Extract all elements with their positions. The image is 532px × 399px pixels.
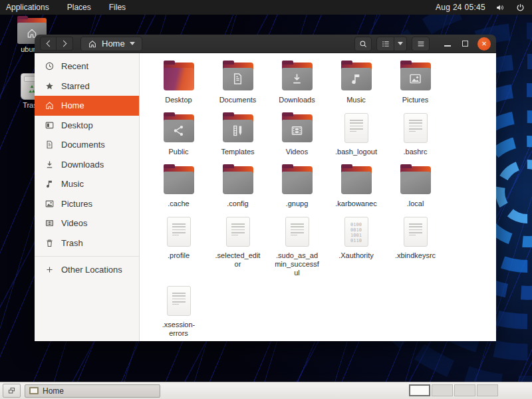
- file-item-profile[interactable]: .profile: [149, 214, 208, 277]
- workspace-pager: [409, 384, 498, 396]
- restore-windows-icon: [7, 386, 16, 395]
- forward-button[interactable]: [57, 37, 73, 51]
- workspace-2[interactable]: [432, 384, 453, 396]
- menu-places[interactable]: Places: [67, 3, 91, 12]
- file-item-bash-logout[interactable]: .bash_logout: [327, 110, 386, 156]
- folder-icon: [282, 118, 313, 142]
- file-item-templates[interactable]: Templates: [208, 110, 267, 156]
- film-icon: [290, 124, 304, 138]
- desktop-screen: ApplicationsPlacesFiles Aug 24 05:45 ubu…: [0, 0, 532, 399]
- chevron-down-icon: [398, 42, 403, 45]
- chevron-right-icon: [61, 41, 67, 47]
- film-icon: [45, 218, 55, 228]
- text-file-icon: [167, 286, 191, 316]
- folder-icon: [164, 170, 194, 194]
- workspace-3[interactable]: [454, 384, 475, 396]
- home-icon: [88, 39, 97, 49]
- minimize-button[interactable]: [439, 37, 456, 51]
- list-view-icon: [381, 39, 390, 49]
- sidebar-item-trash[interactable]: Trash: [35, 233, 139, 253]
- folder-icon: [223, 66, 253, 90]
- menu-applications[interactable]: Applications: [6, 3, 49, 12]
- maximize-button[interactable]: [456, 37, 473, 51]
- trash-icon: [45, 238, 55, 248]
- search-button[interactable]: [354, 37, 372, 51]
- file-item-cache[interactable]: .cache: [149, 162, 208, 208]
- folder-icon: [341, 66, 372, 90]
- file-item-selected-editor[interactable]: .selected_editor: [208, 214, 267, 277]
- document-icon: [231, 72, 245, 86]
- sidebar-item-documents[interactable]: Documents: [35, 135, 139, 155]
- chevron-left-icon: [46, 41, 53, 47]
- show-desktop-button[interactable]: [3, 384, 21, 398]
- text-file-icon: [226, 217, 250, 247]
- sidebar: Recent Starred Home Desktop Documents Do…: [35, 53, 140, 341]
- sidebar-item-videos[interactable]: Videos: [35, 213, 139, 233]
- taskbar: Home: [0, 382, 532, 399]
- file-item-videos[interactable]: Videos: [267, 110, 327, 156]
- maximize-icon: [462, 41, 468, 47]
- top-panel: ApplicationsPlacesFiles Aug 24 05:45: [0, 0, 532, 15]
- file-item-documents[interactable]: Documents: [208, 59, 267, 104]
- home-icon: [45, 100, 55, 110]
- close-icon: ×: [481, 39, 487, 48]
- sidebar-separator: [35, 256, 139, 257]
- list-view-button[interactable]: [376, 37, 394, 51]
- back-button[interactable]: [40, 37, 57, 51]
- file-item-xbindkeysrc[interactable]: .xbindkeysrc: [386, 214, 445, 277]
- folder-icon: [282, 170, 313, 194]
- sidebar-item-recent[interactable]: Recent: [35, 57, 139, 76]
- file-item-local[interactable]: .local: [386, 162, 445, 208]
- text-file-icon: [404, 113, 428, 143]
- text-file-icon: [404, 217, 428, 247]
- file-item-bashrc[interactable]: .bashrc: [386, 110, 445, 156]
- file-item-sudo-as-admin-successful[interactable]: .sudo_as_admin_successful: [267, 214, 327, 277]
- file-item-gnupg[interactable]: .gnupg: [267, 162, 327, 208]
- pathbar-button[interactable]: Home: [80, 37, 142, 51]
- sidebar-item-starred[interactable]: Starred: [35, 76, 139, 96]
- file-item-xauthority[interactable]: 0100 0010 1001 0110 .Xauthority: [327, 214, 386, 277]
- menu-files[interactable]: Files: [109, 3, 126, 12]
- file-item-public[interactable]: Public: [149, 110, 208, 156]
- sidebar-item-other-locations[interactable]: Other Locations: [35, 260, 139, 280]
- file-item-music[interactable]: Music: [327, 59, 386, 104]
- view-options-button[interactable]: [394, 37, 407, 51]
- star-icon: [45, 81, 55, 91]
- sidebar-item-music[interactable]: Music: [35, 174, 139, 194]
- minimize-icon: [444, 45, 451, 47]
- speaker-icon[interactable]: [495, 3, 505, 13]
- sidebar-item-desktop[interactable]: Desktop: [35, 116, 139, 136]
- close-button[interactable]: ×: [477, 37, 491, 51]
- files-window: Home × Recent Starred Home: [35, 35, 496, 341]
- workspace-1[interactable]: [409, 384, 430, 396]
- task-button-home[interactable]: Home: [25, 384, 160, 398]
- headerbar[interactable]: Home ×: [35, 35, 496, 53]
- file-item-xsession-errors[interactable]: .xsession-errors: [149, 283, 208, 338]
- sidebar-item-pictures[interactable]: Pictures: [35, 194, 139, 214]
- template-icon: [231, 124, 245, 138]
- file-item-config[interactable]: .config: [208, 162, 267, 208]
- sidebar-item-downloads[interactable]: Downloads: [35, 155, 139, 175]
- folder-icon: [223, 118, 253, 142]
- share-icon: [172, 124, 186, 138]
- file-item-downloads[interactable]: Downloads: [267, 59, 327, 104]
- music-icon: [349, 72, 363, 86]
- window-menu-button[interactable]: [412, 37, 430, 51]
- folder-icon: [400, 66, 431, 90]
- clock-icon: [45, 61, 55, 71]
- binary-file-icon: 0100 0010 1001 0110: [344, 217, 368, 247]
- text-file-icon: [285, 217, 309, 247]
- power-icon[interactable]: [515, 3, 525, 13]
- file-item-karbowanec[interactable]: .karbowanec: [327, 162, 386, 208]
- monitor-icon: [45, 120, 55, 130]
- plus-icon: [45, 265, 55, 275]
- search-icon: [358, 39, 368, 49]
- file-item-pictures[interactable]: Pictures: [386, 59, 445, 104]
- window-icon: [29, 387, 39, 394]
- chevron-down-icon: [130, 42, 135, 45]
- file-item-desktop[interactable]: Desktop: [149, 59, 208, 104]
- workspace-4[interactable]: [477, 384, 498, 396]
- sidebar-item-home[interactable]: Home: [35, 96, 139, 116]
- clock[interactable]: Aug 24 05:45: [436, 3, 485, 12]
- text-file-icon: [167, 217, 191, 247]
